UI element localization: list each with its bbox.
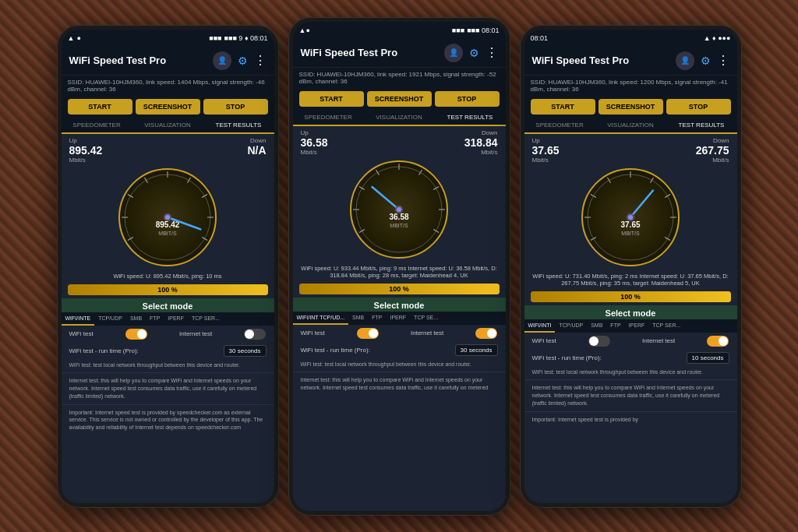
- content-area-left: Up 895.42 Mbit/s Down N/A: [62, 134, 274, 503]
- wifi-toggle-left[interactable]: [125, 329, 147, 340]
- signal-icon-center: ▲●: [299, 26, 310, 34]
- wifi-icon: ●: [76, 34, 80, 42]
- divider2-right: [524, 411, 737, 412]
- mode-iperf-right[interactable]: IPERF: [625, 319, 649, 333]
- tab-testresults-left[interactable]: TEST RESULTS: [203, 118, 274, 134]
- toggle-row-wifi-right: WiFi test Internet test: [524, 333, 737, 350]
- user-icon-right[interactable]: 👤: [676, 51, 694, 70]
- svg-text:MBIT/S: MBIT/S: [158, 231, 177, 236]
- mode-smb-right[interactable]: SMB: [587, 319, 606, 333]
- svg-point-47: [628, 215, 633, 220]
- mode-wifi-left[interactable]: WIFI/INTE: [62, 312, 95, 326]
- internet-toggle-left[interactable]: [244, 329, 266, 340]
- menu-icon-center[interactable]: ⋮: [486, 45, 498, 60]
- wifi-toggle-right[interactable]: [588, 336, 610, 347]
- mode-smb-left[interactable]: SMB: [126, 312, 146, 326]
- btn-row-center: START SCREENSHOT STOP: [293, 88, 506, 110]
- up-label-center: Up: [301, 129, 328, 136]
- btn-row-right: START SCREENSHOT STOP: [524, 96, 737, 118]
- wifi-toggle-center[interactable]: [357, 328, 379, 339]
- wifi-speed-text-left: WiFi speed: U: 895.42 Mbit/s, ping: 10 m…: [62, 271, 274, 281]
- settings-icon-center[interactable]: ⚙: [469, 47, 479, 59]
- down-unit-right: Mbit/s: [696, 157, 729, 164]
- mode-wifi-right[interactable]: WIFI/INTI: [524, 319, 556, 333]
- screenshot-button-right[interactable]: SCREENSHOT: [598, 99, 663, 115]
- tab-visualization-center[interactable]: VISUALIZATION: [364, 110, 435, 125]
- mode-smb-center[interactable]: SMB: [348, 312, 368, 325]
- svg-text:MBIT/S: MBIT/S: [390, 223, 408, 228]
- tab-testresults-center[interactable]: TEST RESULTS: [435, 110, 506, 126]
- phone-center: ▲● ■■■ ■■■ 08:01 WiFi Speed Test Pro 👤 ⚙…: [288, 17, 510, 516]
- header-icons-left: 👤 ⚙ ⋮: [213, 51, 267, 70]
- up-speed-box-center: Up 36.58 Mbit/s: [301, 129, 328, 156]
- mode-ftp-center[interactable]: FTP: [368, 312, 386, 325]
- user-icon[interactable]: 👤: [213, 51, 231, 70]
- mode-tcp-left[interactable]: TCP/UDP: [94, 312, 126, 326]
- divider2-left: [62, 404, 274, 405]
- menu-icon[interactable]: ⋮: [254, 53, 267, 68]
- speedometer-svg-left: 895.42 MBIT/S: [117, 167, 218, 268]
- status-right-right: ▲ ♦ ●●●: [704, 34, 731, 42]
- down-label-center: Down: [464, 129, 498, 136]
- run-time-row-left: WiFi test - run time (Pro): 30 seconds: [62, 343, 274, 359]
- start-button-right[interactable]: START: [531, 99, 595, 115]
- icons-right: ▲ ♦ ●●●: [704, 34, 731, 42]
- phone-center-screen: ▲● ■■■ ■■■ 08:01 WiFi Speed Test Pro 👤 ⚙…: [293, 22, 506, 511]
- mode-tcpser-left[interactable]: TCP SER...: [188, 312, 224, 326]
- status-right: ■■■ ■■■ 9 ♦ 08:01: [209, 34, 267, 42]
- mode-tcp-right[interactable]: TCP/UDP: [555, 319, 587, 333]
- svg-text:37.65: 37.65: [620, 220, 640, 229]
- tab-testresults-right[interactable]: TEST RESULTS: [666, 118, 737, 134]
- tab-speedometer-center[interactable]: SPEEDOMETER: [293, 110, 364, 125]
- menu-icon-right[interactable]: ⋮: [717, 53, 729, 68]
- up-speed-box-left: Up 895.42 Mbit/s: [69, 137, 103, 164]
- mode-tcpser-center[interactable]: TCP SE...: [410, 312, 442, 325]
- settings-icon-right[interactable]: ⚙: [701, 55, 711, 67]
- toggle-row-wifi-left: WiFi test Internet test: [62, 326, 274, 343]
- progress-bar-right: 100 %: [531, 291, 731, 302]
- run-time-row-right: WiFi test - run time (Pro): 10 seconds: [524, 350, 737, 366]
- toggle-row-wifi-center: WiFi test Internet test: [293, 325, 506, 342]
- user-icon-center[interactable]: 👤: [444, 44, 463, 62]
- mode-iperf-left[interactable]: IPERF: [164, 312, 188, 326]
- up-unit-right: Mbit/s: [532, 157, 560, 164]
- start-button-left[interactable]: START: [68, 99, 132, 115]
- tab-speedometer-right[interactable]: SPEEDOMETER: [524, 118, 595, 132]
- tab-speedometer-left[interactable]: SPEEDOMETER: [62, 118, 132, 132]
- phones-container: ▲ ● ■■■ ■■■ 9 ♦ 08:01 WiFi Speed Test Pr…: [41, 2, 757, 531]
- down-value-center: 318.84: [464, 136, 498, 149]
- mode-tcpser-right[interactable]: TCP SER...: [648, 319, 684, 333]
- start-button-center[interactable]: START: [299, 91, 364, 107]
- select-mode-right: Select mode: [524, 305, 737, 319]
- stop-button-center[interactable]: STOP: [435, 91, 500, 107]
- tab-visualization-left[interactable]: VISUALIZATION: [132, 118, 203, 132]
- screenshot-button-center[interactable]: SCREENSHOT: [367, 91, 432, 107]
- divider1-right: [524, 379, 737, 380]
- progress-text-left: 100 %: [157, 286, 178, 294]
- progress-bar-left: 100 %: [68, 284, 268, 295]
- mode-tabs-right: WIFI/INTI TCP/UDP SMB FTP IPERF TCP SER.…: [524, 319, 737, 333]
- settings-icon[interactable]: ⚙: [238, 55, 248, 67]
- time-right: 08:01: [531, 34, 549, 42]
- stop-button-right[interactable]: STOP: [666, 99, 731, 115]
- internet-toggle-center[interactable]: [475, 328, 497, 339]
- down-label-right: Down: [696, 137, 729, 144]
- mode-iperf-center[interactable]: IPERF: [386, 312, 410, 325]
- up-label-left: Up: [69, 137, 103, 144]
- up-label-right: Up: [532, 137, 560, 144]
- tab-visualization-right[interactable]: VISUALIZATION: [595, 118, 666, 132]
- screenshot-button-left[interactable]: SCREENSHOT: [136, 99, 200, 115]
- mode-ftp-left[interactable]: FTP: [146, 312, 164, 326]
- app-title-left: WiFi Speed Test Pro: [69, 55, 167, 66]
- stop-button-left[interactable]: STOP: [203, 99, 268, 115]
- wifi-speed-text-center: WiFi speed: U: 933.44 Mbit/s, ping: 9 ms…: [293, 263, 506, 280]
- run-time-row-center: WiFi test - run time (Pro): 30 seconds: [293, 342, 506, 358]
- internet-toggle-right[interactable]: [707, 336, 729, 347]
- select-mode-left: Select mode: [62, 298, 274, 312]
- internet-test-label-right: Internet test: [642, 337, 675, 344]
- mode-ftp-right[interactable]: FTP: [606, 319, 624, 333]
- info-text1-center: WiFi test: test local network throughput…: [293, 358, 506, 371]
- up-unit-center: Mbit/s: [301, 149, 328, 156]
- speed-row-right: Up 37.65 Mbit/s Down 267.75 Mbit/s: [524, 134, 737, 164]
- mode-wifi-center[interactable]: WIFI/INT TCP/UD...: [293, 312, 349, 325]
